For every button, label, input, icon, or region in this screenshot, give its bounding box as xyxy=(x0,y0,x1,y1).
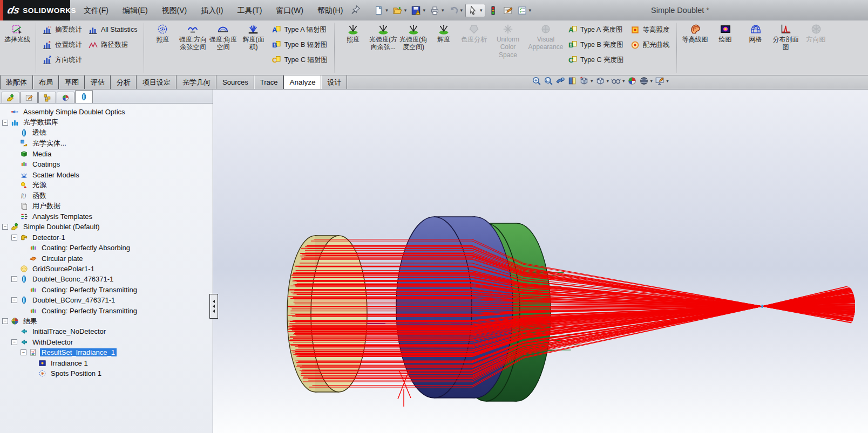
ribbon-type-b-亮度图-button[interactable]: BType B 亮度图 xyxy=(566,37,626,52)
hide-show-items-button[interactable]: ▾ xyxy=(611,76,625,86)
tab-评估[interactable]: 评估 xyxy=(85,75,111,89)
graphics-viewport[interactable] xyxy=(213,90,868,433)
previous-view-button[interactable] xyxy=(555,76,565,86)
menu-窗口-w[interactable]: 窗口(W) xyxy=(269,0,310,20)
tree-item-withdetector[interactable]: −WithDetector xyxy=(0,337,213,347)
section-view-button[interactable] xyxy=(567,76,577,86)
zoom-to-area-button[interactable] xyxy=(544,76,553,86)
display-style-dropdown[interactable]: ▾ xyxy=(607,78,609,84)
ribbon-type-c-亮度图-button[interactable]: CType C 亮度图 xyxy=(566,52,626,67)
menu-编辑-e[interactable]: 编辑(E) xyxy=(116,0,155,20)
options-button[interactable]: ▾ xyxy=(516,4,533,17)
tree-expander[interactable]: − xyxy=(2,120,8,126)
ribbon-等高照度-button[interactable]: 等高照度 xyxy=(628,22,672,37)
tree-item-光学实体[interactable]: 光学实体... xyxy=(0,138,213,148)
interference-check-button[interactable] xyxy=(486,4,500,17)
tree-item-函数[interactable]: f()函数 xyxy=(0,190,213,201)
tree-item-simple-doublet-default[interactable]: −Simple Doublet (Default) xyxy=(0,222,213,232)
tree-item-initialtrace-nodetector[interactable]: InitialTrace_NoDetector xyxy=(0,326,213,336)
ribbon-照度-button[interactable]: 照度 xyxy=(338,22,368,44)
save-document-dropdown[interactable]: ▾ xyxy=(423,8,425,13)
tab-光学几何[interactable]: 光学几何 xyxy=(177,75,216,89)
panel-splitter-handle[interactable] xyxy=(209,294,218,319)
print-dropdown[interactable]: ▾ xyxy=(442,8,444,13)
save-document-button[interactable]: ▾ xyxy=(409,4,427,17)
tab-analyze[interactable]: Analyze xyxy=(283,75,321,89)
undo-dropdown[interactable]: ▾ xyxy=(460,8,463,13)
hide-show-items-dropdown[interactable]: ▾ xyxy=(622,78,625,84)
tab-trace[interactable]: Trace xyxy=(254,75,284,89)
view-settings-button[interactable]: ▾ xyxy=(655,76,669,86)
ribbon-绘图-button[interactable]: 绘图 xyxy=(711,22,740,44)
tab-布局[interactable]: 布局 xyxy=(33,75,59,89)
tree-item-coating-perfectly-transmitting[interactable]: Coating: Perfectly Transmitting xyxy=(0,305,213,315)
ribbon-type-a-辐射图-button[interactable]: AType A 辐射图 xyxy=(269,22,330,37)
view-orientation-button[interactable]: ▾ xyxy=(579,76,593,86)
ribbon-网格-button[interactable]: 网格 xyxy=(741,22,770,44)
tree-item-scatter-models[interactable]: Scatter Models xyxy=(0,169,213,180)
ribbon-辉度-面积-button[interactable]: 辉度(面积) xyxy=(239,22,268,52)
edit-appearance-button[interactable] xyxy=(627,76,637,86)
pin-menu-icon[interactable] xyxy=(351,5,362,16)
ribbon-type-b-辐射图-button[interactable]: BType B 辐射图 xyxy=(269,37,330,52)
tree-item-透镜[interactable]: 透镜 xyxy=(0,128,213,138)
tab-装配体[interactable]: 装配体 xyxy=(0,75,33,89)
tab-项目设定[interactable]: 项目设定 xyxy=(137,75,177,89)
ribbon-分布剖面图-button[interactable]: 分布剖面图 xyxy=(771,22,801,52)
apply-scene-button[interactable]: ▾ xyxy=(639,76,653,86)
ribbon-强度-方向余弦空间-button[interactable]: 强度:方向余弦空间 xyxy=(178,22,207,52)
menu-帮助-h[interactable]: 帮助(H) xyxy=(310,0,350,20)
tree-item-doublet-bconc-476371-1[interactable]: −Doublet_Bconc_476371-1 xyxy=(0,274,213,284)
open-document-dropdown[interactable]: ▾ xyxy=(404,8,407,13)
menu-插入-i[interactable]: 插入(I) xyxy=(194,0,230,20)
ribbon-all-statistics-button[interactable]: All Statistics xyxy=(86,22,139,37)
optical-manager-tab[interactable] xyxy=(75,90,93,103)
view-settings-dropdown[interactable]: ▾ xyxy=(666,78,669,84)
tree-item-doublet-bconv-476371-1[interactable]: −Doublet_BConv_476371-1 xyxy=(0,295,213,305)
ribbon-type-c-辐射图-button[interactable]: CType C 辐射图 xyxy=(269,52,330,67)
tab-草图[interactable]: 草图 xyxy=(59,75,85,89)
display-style-button[interactable]: ▾ xyxy=(595,76,609,86)
select-tool-dropdown[interactable]: ▾ xyxy=(480,8,483,13)
ribbon-type-a-亮度图-button[interactable]: AType A 亮度图 xyxy=(566,22,626,37)
ribbon-辉度-button[interactable]: 辉度 xyxy=(429,22,458,44)
tree-item-analysis-templates[interactable]: Analysis Templates xyxy=(0,211,213,222)
ribbon-选择光线-button[interactable]: 选择光线 xyxy=(3,22,32,44)
tree-expander[interactable]: − xyxy=(11,339,17,345)
open-document-button[interactable]: ▾ xyxy=(391,4,409,17)
tree-expander[interactable]: − xyxy=(11,276,17,282)
featuremanager-tab[interactable] xyxy=(2,92,19,103)
tab-设计[interactable]: 设计 xyxy=(321,75,347,89)
tree-item-media[interactable]: Media xyxy=(0,149,213,159)
edit-appearance-button[interactable] xyxy=(501,4,514,17)
print-button[interactable]: ▾ xyxy=(428,4,446,17)
new-document-button[interactable]: ▾ xyxy=(372,4,390,17)
tree-item-assembly-simple-doublet-optics[interactable]: Assembly Simple Doublet Optics xyxy=(0,107,213,117)
tree-expander[interactable]: − xyxy=(11,235,17,240)
ribbon-位置统计-button[interactable]: 位置统计 xyxy=(40,37,84,52)
tree-item-coatings[interactable]: Coatings xyxy=(0,159,213,169)
ribbon-等高线图-button[interactable]: 等高线图 xyxy=(681,22,710,44)
ribbon-光强度-角度空间-button[interactable]: 光强度(角度空间) xyxy=(399,22,428,52)
tree-item-用户数据[interactable]: 用户数据 xyxy=(0,201,213,211)
tree-item-circular-plate[interactable]: Circular plate xyxy=(0,253,213,263)
select-tool-button[interactable]: ▾ xyxy=(465,4,485,17)
ribbon-光强度-方向余弦-button[interactable]: 光强度(方向余弦... xyxy=(369,22,398,52)
tree-item-detector-1[interactable]: −Detector-1 xyxy=(0,232,213,243)
ribbon-方向统计-button[interactable]: 方向统计 xyxy=(40,52,84,67)
tree-item-resultset-irradiance-1[interactable]: −ResultSet_Irradiance_1 xyxy=(0,347,213,358)
tree-item-光学数据库[interactable]: −光学数据库 xyxy=(0,117,213,127)
menu-工具-t[interactable]: 工具(T) xyxy=(230,0,269,20)
ribbon-强度-角度空间-button[interactable]: 强度:角度空间 xyxy=(208,22,238,52)
undo-button[interactable]: ▾ xyxy=(446,4,464,17)
tree-item-irradiance-1[interactable]: Irradiance 1 xyxy=(0,358,213,368)
menu-文件-f[interactable]: 文件(F) xyxy=(77,0,116,20)
tree-item-gridsourcepolar1-1[interactable]: GridSourcePolar1-1 xyxy=(0,264,213,274)
configurationmanager-tab[interactable] xyxy=(38,92,56,103)
options-dropdown[interactable]: ▾ xyxy=(529,8,532,13)
menu-视图-v[interactable]: 视图(V) xyxy=(155,0,194,20)
ribbon-照度-button[interactable]: 照度 xyxy=(148,22,177,44)
tree-item-coating-perfectly-absorbing[interactable]: Coating: Perfectly Absorbing xyxy=(0,243,213,253)
tree-expander[interactable]: − xyxy=(11,297,17,303)
tree-expander[interactable]: − xyxy=(21,349,26,355)
